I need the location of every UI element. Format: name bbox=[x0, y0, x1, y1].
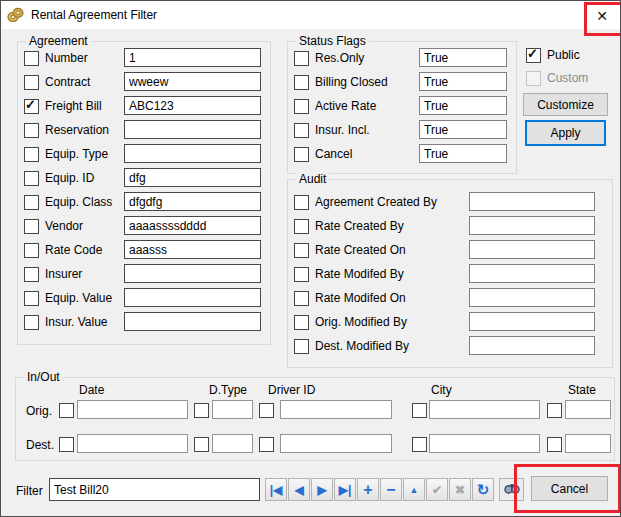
dest-state-input[interactable] bbox=[565, 434, 611, 453]
equip-type-checkbox[interactable] bbox=[24, 147, 39, 162]
orig-driver-id-checkbox[interactable] bbox=[259, 403, 274, 418]
rate-modified-on-label: Rate Modifed On bbox=[315, 291, 406, 305]
nav-last-button[interactable]: ▶| bbox=[334, 478, 356, 501]
in-out-group-label: In/Out bbox=[24, 370, 63, 384]
rate-created-by-checkbox[interactable] bbox=[294, 219, 309, 234]
dest-modified-by-input[interactable] bbox=[469, 336, 595, 355]
orig-d-type-checkbox[interactable] bbox=[194, 403, 209, 418]
dest-modified-by-checkbox[interactable] bbox=[294, 339, 309, 354]
orig-city-input[interactable] bbox=[429, 400, 540, 419]
customize-button[interactable]: Customize bbox=[523, 93, 608, 116]
cancel-flag-value-input[interactable] bbox=[419, 144, 507, 163]
rate-modified-on-input[interactable] bbox=[469, 288, 595, 307]
number-input[interactable] bbox=[124, 48, 261, 67]
nav-next-button[interactable]: ▶ bbox=[311, 478, 333, 501]
equip-value-checkbox[interactable] bbox=[24, 291, 39, 306]
equip-id-label: Equip. ID bbox=[45, 171, 94, 185]
res-only-value-input[interactable] bbox=[419, 48, 507, 67]
dest-modified-by-label: Dest. Modified By bbox=[315, 339, 409, 353]
orig-city-checkbox[interactable] bbox=[412, 403, 427, 418]
dest-city-checkbox[interactable] bbox=[412, 437, 427, 452]
insur-value-input[interactable] bbox=[124, 312, 261, 331]
insur-value-checkbox[interactable] bbox=[24, 315, 39, 330]
dest-date-checkbox[interactable] bbox=[59, 437, 74, 452]
reservation-checkbox[interactable] bbox=[24, 123, 39, 138]
rate-code-checkbox[interactable] bbox=[24, 243, 39, 258]
orig-state-checkbox[interactable] bbox=[547, 403, 562, 418]
equip-type-label: Equip. Type bbox=[45, 147, 108, 161]
dest-d-type-input[interactable] bbox=[212, 434, 253, 453]
vendor-input[interactable] bbox=[124, 216, 261, 235]
orig-driver-id-input[interactable] bbox=[280, 400, 392, 419]
rate-created-by-input[interactable] bbox=[469, 216, 595, 235]
filter-input[interactable] bbox=[49, 478, 260, 501]
agreement-created-by-input[interactable] bbox=[469, 192, 595, 211]
contract-checkbox[interactable] bbox=[24, 75, 39, 90]
vendor-label: Vendor bbox=[45, 219, 83, 233]
orig-state-input[interactable] bbox=[565, 400, 611, 419]
orig-date-input[interactable] bbox=[77, 400, 188, 419]
nav-post-button: ✔ bbox=[426, 478, 448, 501]
contract-input[interactable] bbox=[124, 72, 261, 91]
vendor-checkbox[interactable] bbox=[24, 219, 39, 234]
billing-closed-value-input[interactable] bbox=[419, 72, 507, 91]
res-only-checkbox[interactable] bbox=[294, 51, 309, 66]
rate-created-on-input[interactable] bbox=[469, 240, 595, 259]
dest-row-label: Dest. bbox=[26, 438, 58, 452]
active-rate-checkbox[interactable] bbox=[294, 99, 309, 114]
dest-driver-id-input[interactable] bbox=[280, 434, 392, 453]
nav-insert-button[interactable]: + bbox=[357, 478, 379, 501]
rate-modified-on-checkbox[interactable] bbox=[294, 291, 309, 306]
search-button[interactable] bbox=[499, 478, 524, 501]
freight-bill-input[interactable] bbox=[124, 96, 261, 115]
close-button[interactable]: ✕ bbox=[587, 3, 617, 28]
rate-modified-by-label: Rate Modifed By bbox=[315, 267, 404, 281]
equip-class-checkbox[interactable] bbox=[24, 195, 39, 210]
orig-d-type-input[interactable] bbox=[212, 400, 253, 419]
equip-value-input[interactable] bbox=[124, 288, 261, 307]
equip-id-checkbox[interactable] bbox=[24, 171, 39, 186]
dest-d-type-checkbox[interactable] bbox=[194, 437, 209, 452]
rate-created-by-label: Rate Created By bbox=[315, 219, 404, 233]
custom-checkbox bbox=[526, 71, 541, 86]
rate-code-input[interactable] bbox=[124, 240, 261, 259]
insur-value-label: Insur. Value bbox=[45, 315, 107, 329]
equip-class-input[interactable] bbox=[124, 192, 261, 211]
insur-incl-value-input[interactable] bbox=[419, 120, 507, 139]
dest-city-input[interactable] bbox=[429, 434, 540, 453]
status-flags-group: Status Flags Res.Only Billing Closed Act… bbox=[287, 41, 517, 174]
d-type-column-header: D.Type bbox=[209, 383, 247, 397]
billing-closed-checkbox[interactable] bbox=[294, 75, 309, 90]
dest-driver-id-checkbox[interactable] bbox=[259, 437, 274, 452]
rate-modified-by-input[interactable] bbox=[469, 264, 595, 283]
insurer-input[interactable] bbox=[124, 264, 261, 283]
nav-edit-button[interactable]: ▲ bbox=[403, 478, 425, 501]
rate-code-label: Rate Code bbox=[45, 243, 102, 257]
equip-id-input[interactable] bbox=[124, 168, 261, 187]
public-checkbox[interactable] bbox=[526, 48, 541, 63]
dest-state-checkbox[interactable] bbox=[547, 437, 562, 452]
nav-refresh-button[interactable]: ↻ bbox=[472, 478, 494, 501]
apply-button[interactable]: Apply bbox=[525, 120, 606, 146]
equip-type-input[interactable] bbox=[124, 144, 261, 163]
dest-date-input[interactable] bbox=[77, 434, 188, 453]
nav-first-button[interactable]: |◀ bbox=[265, 478, 287, 501]
nav-prior-button[interactable]: ◀ bbox=[288, 478, 310, 501]
number-checkbox[interactable] bbox=[24, 51, 39, 66]
rate-modified-by-checkbox[interactable] bbox=[294, 267, 309, 282]
rate-created-on-checkbox[interactable] bbox=[294, 243, 309, 258]
freight-bill-checkbox[interactable] bbox=[24, 99, 39, 114]
agreement-created-by-checkbox[interactable] bbox=[294, 195, 309, 210]
orig-modified-by-checkbox[interactable] bbox=[294, 315, 309, 330]
cancel-flag-checkbox[interactable] bbox=[294, 147, 309, 162]
cancel-button[interactable]: Cancel bbox=[531, 476, 608, 501]
insurer-checkbox[interactable] bbox=[24, 267, 39, 282]
audit-group: Audit Agreement Created By Rate Created … bbox=[287, 179, 613, 368]
orig-modified-by-input[interactable] bbox=[469, 312, 595, 331]
active-rate-value-input[interactable] bbox=[419, 96, 507, 115]
nav-delete-button[interactable]: − bbox=[380, 478, 402, 501]
orig-row-label: Orig. bbox=[26, 404, 58, 418]
insur-incl-checkbox[interactable] bbox=[294, 123, 309, 138]
reservation-input[interactable] bbox=[124, 120, 261, 139]
orig-date-checkbox[interactable] bbox=[59, 403, 74, 418]
